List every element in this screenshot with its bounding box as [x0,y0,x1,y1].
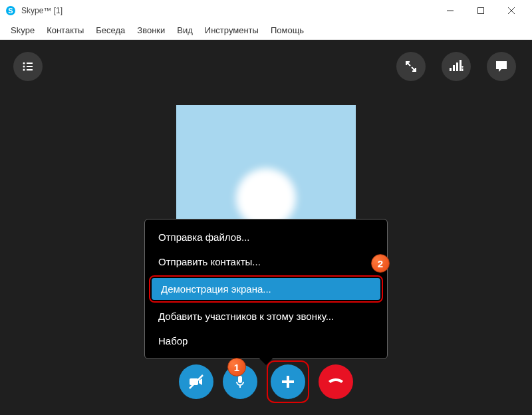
svg-rect-22 [238,376,242,383]
add-button-highlight [267,360,309,403]
add-menu-popup: Отправка файлов... Отправить контакты...… [144,219,388,359]
maximize-button[interactable] [466,0,496,21]
call-quality-button[interactable] [442,52,471,81]
svg-point-19 [462,66,463,67]
add-button[interactable] [271,364,305,399]
svg-rect-11 [27,69,33,70]
svg-rect-14 [450,68,452,71]
menubar: Skype Контакты Беседа Звонки Вид Инструм… [0,21,532,40]
annotation-badge-2: 2 [371,254,390,273]
menu-contacts[interactable]: Контакты [41,24,89,37]
fullscreen-button[interactable] [396,52,426,81]
svg-rect-9 [27,66,33,67]
svg-rect-15 [453,65,455,71]
svg-line-13 [412,67,415,70]
menu-help[interactable]: Помощь [265,24,309,37]
minimize-button[interactable] [435,0,466,21]
svg-line-12 [407,63,410,66]
svg-point-6 [23,63,25,65]
menu-send-files[interactable]: Отправка файлов... [145,225,387,249]
svg-point-8 [23,66,25,68]
call-list-button[interactable] [13,52,43,81]
titlebar: S Skype™ [1] [0,0,532,21]
menu-dialpad[interactable]: Набор [145,329,387,353]
menu-view[interactable]: Вид [172,24,198,37]
menu-conversation[interactable]: Беседа [90,24,130,37]
svg-point-10 [23,69,25,71]
svg-rect-3 [478,8,484,14]
menu-share-screen[interactable]: Демонстрация экрана... [152,278,380,300]
menu-calls[interactable]: Звонки [132,24,170,37]
close-button[interactable] [496,0,527,21]
window-title: Skype™ [1] [21,6,63,15]
svg-rect-25 [282,380,294,383]
menu-tools[interactable]: Инструменты [200,24,264,37]
menu-add-participants[interactable]: Добавить участников к этому звонку... [145,304,387,329]
svg-rect-17 [460,60,462,71]
toggle-video-button[interactable] [179,364,213,399]
menu-send-contacts[interactable]: Отправить контакты... [145,249,387,274]
menu-share-screen-highlight: Демонстрация экрана... [149,275,383,303]
svg-rect-7 [27,63,33,64]
annotation-badge-1: 1 [227,358,246,376]
svg-rect-16 [456,63,458,71]
chat-button[interactable] [487,52,516,81]
svg-text:S: S [8,7,13,15]
menu-skype[interactable]: Skype [5,24,40,37]
hangup-button[interactable] [319,364,353,399]
call-area: Отправка файлов... Отправить контакты...… [0,40,532,415]
call-controls [179,360,353,403]
svg-rect-18 [462,69,464,71]
skype-logo-icon: S [5,5,16,16]
svg-rect-23 [239,386,241,388]
